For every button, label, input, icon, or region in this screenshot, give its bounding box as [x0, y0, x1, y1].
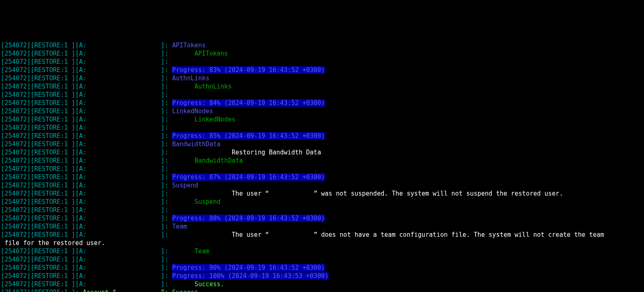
log-prefix: [254072][RESTORE:1 ][A: [1, 264, 87, 271]
progress-line: Progress: 87% (2024-09-19 16:43:52 +0300… [172, 173, 324, 181]
log-prefix: [254072][RESTORE:1 ][A: [1, 165, 87, 173]
log-line: [254072][RESTORE:1 ][A: ]: APITokens [1, 49, 643, 58]
log-prefix: [254072][RESTORE:1 ][A: [1, 149, 87, 156]
log-prefix: [254072][RESTORE:1 ][A: [1, 116, 87, 123]
log-prefix: [254072][RESTORE:1 ][A: [1, 215, 87, 222]
log-line: file for the restored user. [1, 239, 643, 247]
section-header: AuthnLinks [172, 75, 209, 82]
log-line: [254072][RESTORE:1 ][A: ]: Progress: 100… [1, 272, 643, 280]
log-line: [254072][RESTORE:1 ][A: ]: Suspend [1, 198, 643, 206]
log-line: [254072][RESTORE:1 ][A: ]: AuthnLinks [1, 74, 643, 82]
log-prefix: [254072][RESTORE:1 ][A: [1, 124, 87, 131]
log-prefix: [254072][RESTORE:1 ][A: [1, 272, 87, 280]
section-header: APITokens [172, 42, 205, 49]
progress-line: Progress: 88% (2024-09-19 16:43:52 +0300… [172, 215, 324, 222]
progress-line: Progress: 85% (2024-09-19 16:43:52 +0300… [172, 132, 324, 140]
message-text: The user “ [232, 231, 269, 238]
log-prefix: [254072][RESTORE:1 ][A: [1, 280, 87, 288]
log-line: [254072][RESTORE:1 ][A: ]: [1, 91, 643, 99]
log-line: [254072][RESTORE:1 ][A: ]: BandwidthData [1, 157, 643, 165]
log-prefix: [254072][RESTORE:1 ][A: [1, 50, 87, 57]
log-prefix: [254072][RESTORE:1 ][A: [1, 99, 87, 107]
section-sub: Suspend [195, 198, 221, 206]
message-text: ” was not suspended. The system will not… [314, 190, 563, 197]
log-line: [254072][RESTORE:1 ][A: ]: LinkedNodes [1, 115, 643, 124]
progress-line: Progress: 84% (2024-09-19 16:43:52 +0300… [172, 99, 324, 107]
account-label: ”: Success [161, 289, 198, 292]
log-prefix: [254072][RESTORE:1 ][A: [1, 198, 87, 206]
log-line: [254072][RESTORE:1 ][A: ]: [1, 206, 643, 214]
log-prefix: [254072][RESTORE:1 ][A: [1, 256, 87, 263]
log-line: [254072][RESTORE:1 ][A: ]: Success. [1, 280, 643, 288]
log-prefix: [254072][RESTORE:1 ][A: [1, 107, 87, 115]
log-prefix: [254072][RESTORE:1 ][A: [1, 140, 87, 148]
section-sub: APITokens [195, 50, 228, 57]
log-prefix: [254072][RESTORE:1 ][A: [1, 182, 87, 189]
section-header: Team [172, 223, 187, 230]
message-text: Restoring Bandwidth Data [232, 149, 321, 156]
log-line: [254072][RESTORE:1 ][A: ]: APITokens [1, 41, 643, 49]
log-line: [254072][RESTORE:1 ][A: ]: Team [1, 247, 643, 255]
log-line: [254072][RESTORE:1 ][A: ]: BandwidthData [1, 140, 643, 148]
section-sub: LinkedNodes [195, 116, 235, 123]
log-prefix: [254072][RESTORE:1 ][A: [1, 231, 87, 238]
log-line: [254072][RESTORE:1 ][A: ]: [1, 124, 643, 132]
log-line: [254072][RESTORE:1 ][A: ]: The user “ ” … [1, 231, 643, 239]
log-line: [254072][RESTORE:1 ][A: ]: Team [1, 222, 643, 231]
log-line: [254072][RESTORE:1 ][A: ]: LinkedNodes [1, 107, 643, 115]
log-line: [254072][RESTORE:1 ][A: ]: Progress: 90%… [1, 264, 643, 272]
log-line: [254072][RESTORE:1 ][A: ]: The user “ ” … [1, 189, 643, 198]
log-line: [254072][RESTORE:1 ][A: ]: [1, 165, 643, 173]
section-header: BandwidthData [172, 140, 220, 148]
log-prefix: [254072][RESTORE:1 ][A: [1, 190, 87, 197]
log-prefix: [254072][RESTORE:1 ][A: [1, 206, 87, 214]
message-text: ” does not have a team configuration fil… [314, 231, 604, 238]
section-sub: AuthnLinks [195, 83, 232, 90]
log-line: [254072][RESTORE:1 ][A: ]: Suspend [1, 181, 643, 189]
account-label: Account “ [83, 289, 116, 292]
progress-line: Progress: 100% (2024-09-19 16:43:53 +030… [172, 272, 328, 280]
progress-line: Progress: 90% (2024-09-19 16:43:52 +0300… [172, 264, 324, 271]
log-prefix: [254072][RESTORE:1 ][A: [1, 223, 87, 230]
terminal-output[interactable]: [254072][RESTORE:1 ][A: ]: APITokens[254… [0, 41, 644, 292]
log-line: [254072][RESTORE:1 ][A: ]: Progress: 85%… [1, 132, 643, 140]
log-prefix: [254072][RESTORE:1 ][A: [1, 83, 87, 90]
message-text: file for the restored user. [1, 239, 105, 247]
section-sub: BandwidthData [195, 157, 243, 164]
section-header: LinkedNodes [172, 107, 213, 115]
log-prefix: [254072][RESTORE:1 ][A: [1, 157, 87, 164]
log-prefix: [254072][RESTORE:1 ][A: [1, 132, 87, 140]
log-prefix: [254072][RESTORE:1 ][A: [1, 58, 87, 65]
log-prefix: [254072][RESTORE:1 ][A: [1, 42, 87, 49]
message-text: The user “ [232, 190, 269, 197]
log-prefix: [254072][RESTORE:1 ][A: [1, 66, 87, 74]
log-line: [254072][RESTORE:1 ][A: ]: Progress: 88%… [1, 214, 643, 222]
progress-line: Progress: 83% (2024-09-19 16:43:52 +0300… [172, 66, 324, 74]
log-line: [254072][RESTORE:1 ][A: ]: [1, 255, 643, 264]
log-line: [254072][RESTORE:1 ][A: ]: Progress: 84%… [1, 99, 643, 107]
log-prefix: [254072][RESTORE:1 ][A: [1, 173, 87, 181]
log-line: [254072][RESTORE:1 ][A: ]: Progress: 83%… [1, 66, 643, 74]
log-line: [254072][RESTORE:1 ]: Account “ ”: Succe… [1, 288, 643, 292]
log-line: [254072][RESTORE:1 ][A: ]: [1, 58, 643, 66]
log-line: [254072][RESTORE:1 ][A: ]: AuthnLinks [1, 82, 643, 91]
success-text: Success. [195, 280, 224, 288]
section-header: Suspend [172, 182, 198, 189]
log-prefix: [254072][RESTORE:1 ][A: [1, 248, 87, 255]
log-prefix: [254072][RESTORE:1 ][A: [1, 91, 87, 98]
log-prefix: [254072][RESTORE:1 ][A: [1, 75, 87, 82]
section-sub: Team [195, 248, 209, 255]
log-line: [254072][RESTORE:1 ][A: ]: Restoring Ban… [1, 148, 643, 157]
log-prefix: [254072][RESTORE:1 ] [1, 289, 75, 292]
log-line: [254072][RESTORE:1 ][A: ]: Progress: 87%… [1, 173, 643, 181]
